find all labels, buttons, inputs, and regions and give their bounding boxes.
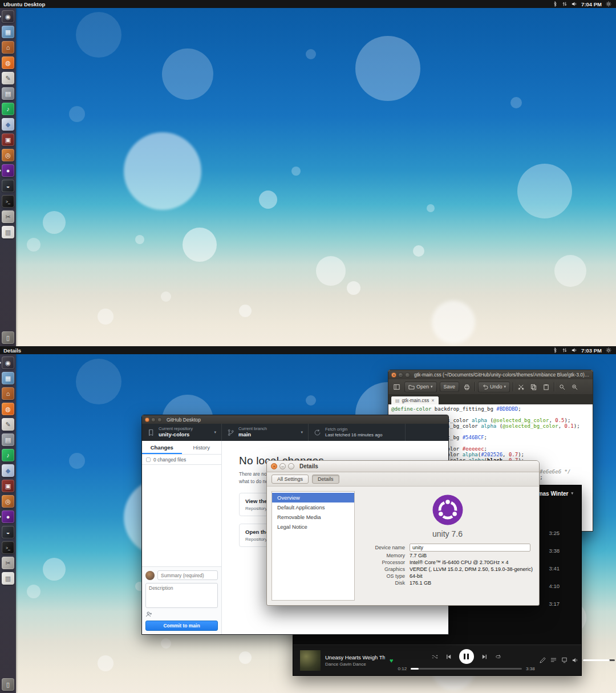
- minimize-icon[interactable]: –: [398, 372, 403, 378]
- github-titlebar[interactable]: GitHub Desktop: [142, 415, 448, 424]
- sidebar-item-overview[interactable]: Overview: [272, 493, 354, 502]
- print-icon[interactable]: [462, 382, 472, 392]
- minimize-icon[interactable]: –: [279, 463, 286, 469]
- launcher-terminal[interactable]: >_: [2, 541, 14, 554]
- fetch-origin-button[interactable]: Fetch origin Last fetched 16 minutes ago: [309, 424, 406, 441]
- details-titlebar[interactable]: × – Details: [267, 461, 539, 472]
- lyrics-icon[interactable]: [540, 657, 546, 663]
- copy-icon[interactable]: [529, 382, 538, 392]
- launcher-text-editor[interactable]: ✎: [2, 418, 14, 431]
- next-track-icon[interactable]: [481, 654, 488, 660]
- save-button[interactable]: Save: [440, 382, 460, 392]
- launcher-notes[interactable]: ▥: [2, 226, 14, 238]
- clock[interactable]: 7:04 PM: [581, 1, 602, 7]
- minimize-icon[interactable]: [151, 418, 156, 422]
- close-icon[interactable]: [145, 418, 149, 422]
- find-replace-icon[interactable]: [570, 382, 579, 392]
- tab-close-icon[interactable]: ×: [431, 398, 434, 403]
- maximize-icon[interactable]: [405, 372, 410, 378]
- shuffle-icon[interactable]: [432, 654, 438, 660]
- repeat-icon[interactable]: [495, 654, 501, 660]
- details-tab[interactable]: Details: [312, 475, 339, 484]
- album-art[interactable]: [300, 650, 321, 671]
- volume-slider[interactable]: [583, 659, 615, 661]
- device-name-input[interactable]: [410, 544, 530, 552]
- clock[interactable]: 7:03 PM: [581, 347, 602, 354]
- close-icon[interactable]: ×: [391, 372, 396, 378]
- previous-track-icon[interactable]: [445, 654, 452, 660]
- queue-icon[interactable]: [550, 657, 557, 663]
- launcher-trash[interactable]: ▯: [2, 331, 14, 344]
- commit-description-input[interactable]: [145, 583, 218, 608]
- launcher-github-desktop[interactable]: ●: [2, 510, 14, 523]
- launcher-screenshot[interactable]: ◎: [2, 495, 14, 508]
- launcher-firefox[interactable]: ◍: [2, 403, 14, 415]
- launcher-notes[interactable]: ▥: [2, 572, 14, 585]
- network-icon[interactable]: [562, 347, 568, 353]
- sidebar-item-default-applications[interactable]: Default Applications: [272, 502, 354, 512]
- launcher-dash-home[interactable]: ◉: [2, 356, 14, 369]
- sidebar-item-legal-notice[interactable]: Legal Notice: [272, 522, 354, 532]
- launcher-text-editor[interactable]: ✎: [2, 72, 14, 84]
- close-icon[interactable]: ×: [271, 463, 277, 469]
- connect-device-icon[interactable]: [561, 657, 568, 663]
- maximize-icon[interactable]: [288, 463, 294, 469]
- undo-button[interactable]: Undo ▾: [478, 382, 510, 392]
- track-artist[interactable]: Dance Gavin Dance: [325, 662, 385, 667]
- track-title[interactable]: Uneasy Hearts Weigh Th: [325, 654, 385, 660]
- bluetooth-icon[interactable]: [552, 347, 558, 353]
- volume-icon[interactable]: [572, 1, 577, 7]
- launcher-keyboard[interactable]: ▤: [2, 87, 14, 100]
- changed-files-row[interactable]: 0 changed files: [142, 455, 221, 465]
- like-heart-icon[interactable]: ♥: [390, 657, 394, 664]
- progress-bar[interactable]: [411, 668, 522, 670]
- launcher-home-folder[interactable]: ⌂: [2, 387, 14, 400]
- side-panel-icon[interactable]: [392, 382, 402, 392]
- launcher-spotify[interactable]: ♪: [2, 103, 14, 115]
- volume-icon[interactable]: [572, 347, 577, 353]
- session-gear-icon[interactable]: [606, 1, 611, 7]
- launcher-files[interactable]: ▦: [2, 26, 14, 38]
- launcher-keyboard[interactable]: ▤: [2, 433, 14, 446]
- launcher-terminal[interactable]: >_: [2, 195, 14, 208]
- cut-icon[interactable]: [516, 382, 526, 392]
- launcher-firefox[interactable]: ◍: [2, 56, 14, 69]
- add-co-author-icon[interactable]: [145, 611, 152, 618]
- launcher-home-folder[interactable]: ⌂: [2, 41, 14, 54]
- launcher-spotify[interactable]: ♪: [2, 449, 14, 461]
- current-branch-selector[interactable]: Current branch main ▾: [222, 424, 309, 441]
- paste-icon[interactable]: [541, 382, 551, 392]
- tab-changes[interactable]: Changes: [142, 441, 182, 454]
- launcher-settings[interactable]: ◒: [2, 526, 14, 538]
- launcher-files[interactable]: ▦: [2, 372, 14, 384]
- field-value: 176.1 GB: [410, 580, 534, 586]
- launcher-screenshot-tool[interactable]: ✂: [2, 557, 14, 569]
- launcher-screenshot[interactable]: ◎: [2, 149, 14, 161]
- current-repository-selector[interactable]: Current repository unity-colors ▾: [142, 424, 222, 441]
- launcher-trash[interactable]: ▯: [2, 678, 14, 691]
- launcher-settings[interactable]: ◒: [2, 180, 14, 192]
- sidebar-item-removable-media[interactable]: Removable Media: [272, 512, 354, 522]
- open-button[interactable]: Open ▾: [404, 382, 437, 392]
- launcher-software-center[interactable]: ◆: [2, 118, 14, 131]
- search-icon[interactable]: [557, 382, 567, 392]
- launcher-package-manager[interactable]: ▣: [2, 480, 14, 492]
- tab-history[interactable]: History: [182, 441, 222, 454]
- bluetooth-icon[interactable]: [552, 1, 558, 7]
- launcher-screenshot-tool[interactable]: ✂: [2, 210, 14, 223]
- speaker-icon[interactable]: [572, 657, 578, 663]
- commit-button[interactable]: Commit to main: [145, 621, 218, 631]
- all-settings-button[interactable]: All Settings: [271, 475, 309, 484]
- launcher-software-center[interactable]: ◆: [2, 464, 14, 477]
- maximize-icon[interactable]: [157, 418, 162, 422]
- gedit-titlebar[interactable]: × – gtk-main.css (~/Documents/GitHub/uni…: [388, 370, 593, 379]
- launcher-github-desktop[interactable]: ●: [2, 164, 14, 177]
- launcher-dash-home[interactable]: ◉: [2, 10, 14, 23]
- launcher-package-manager[interactable]: ▣: [2, 133, 14, 146]
- pause-button[interactable]: [459, 649, 474, 664]
- network-icon[interactable]: [562, 1, 568, 7]
- session-gear-icon[interactable]: [606, 347, 611, 353]
- tab-gtk-main-css[interactable]: ▤ gtk-main.css ×: [391, 396, 439, 404]
- select-all-checkbox[interactable]: [146, 457, 151, 462]
- commit-summary-input[interactable]: [157, 570, 218, 580]
